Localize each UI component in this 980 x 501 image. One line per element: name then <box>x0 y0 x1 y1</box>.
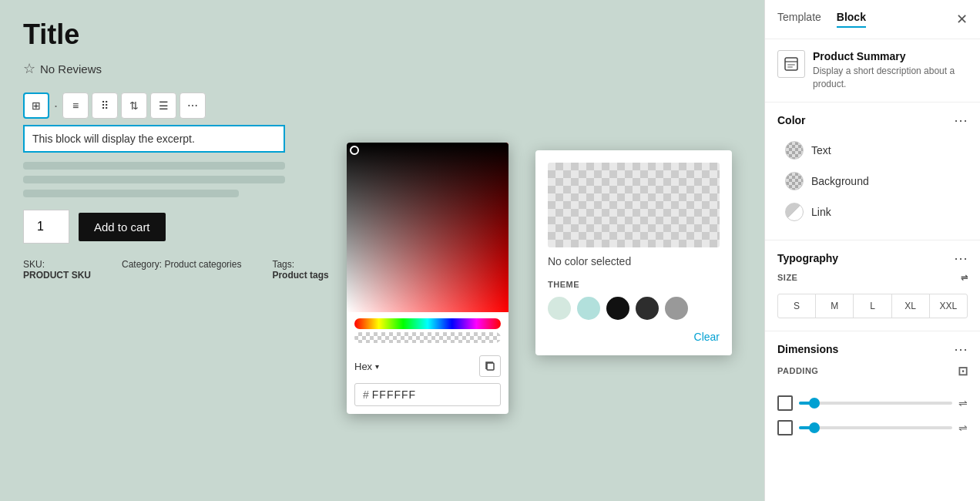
no-reviews-row: ☆ No Reviews <box>23 60 741 77</box>
padding-thumb-1[interactable] <box>809 398 820 409</box>
block-description: Display a short description about a prod… <box>813 65 968 91</box>
color-picker-cursor <box>350 146 359 155</box>
no-color-text: No color selected <box>548 255 720 267</box>
picker-bottom: Hex ▾ <box>347 349 508 383</box>
hex-hash: # <box>363 388 369 401</box>
hex-format-selector[interactable]: Hex ▾ <box>354 361 379 372</box>
dimensions-section-title: Dimensions <box>777 343 838 355</box>
excerpt-text: This block will display the excerpt. <box>32 133 195 145</box>
text-color-label: Text <box>811 144 831 156</box>
swatch-medium-gray[interactable] <box>665 297 688 320</box>
no-reviews-text: No Reviews <box>40 62 102 76</box>
padding-slider-2[interactable] <box>799 426 952 429</box>
block-align-button[interactable]: ≡ <box>62 92 89 119</box>
skeleton-line-2 <box>23 176 285 183</box>
size-buttons: S M L XL XXL <box>765 294 980 331</box>
swatch-light-green[interactable] <box>548 297 571 320</box>
size-adjust-icon[interactable]: ⇌ <box>961 273 968 283</box>
block-justify-button[interactable]: ☰ <box>150 92 176 119</box>
category-item: Category: Product categories <box>122 259 241 281</box>
typography-section-title: Typography <box>777 252 838 264</box>
svg-rect-4 <box>787 66 793 68</box>
theme-label: THEME <box>548 280 720 289</box>
page-title: Title <box>23 18 741 51</box>
padding-thumb-2[interactable] <box>809 422 820 433</box>
chevron-down-icon: ▾ <box>375 362 379 371</box>
block-info-text: Product Summary Display a short descript… <box>813 50 968 91</box>
hue-slider[interactable] <box>354 318 501 329</box>
close-sidebar-button[interactable]: ✕ <box>956 11 968 28</box>
right-sidebar: Template Block ✕ Product Summary Display… <box>764 0 980 501</box>
block-toolbar: ⊞ · ≡ ⠿ ⇅ ☰ ⋯ <box>23 92 741 119</box>
padding-slider-1[interactable] <box>799 402 952 405</box>
padding-slider-2-container <box>799 426 952 429</box>
block-width-button[interactable]: ⊞ <box>23 92 49 119</box>
slider-settings-2-icon[interactable]: ⇌ <box>958 422 968 434</box>
alpha-slider[interactable] <box>354 332 501 343</box>
padding-slider-1-container <box>799 402 952 405</box>
color-section: Color ⋯ Text Background Link <box>765 103 980 240</box>
theme-swatches <box>548 297 720 320</box>
hex-input-wrapper[interactable]: # FFFFFF <box>354 383 501 406</box>
hex-format-label: Hex <box>354 361 372 372</box>
typography-section-header: Typography ⋯ <box>765 240 980 273</box>
typography-section: Typography ⋯ SIZE ⇌ S M L XL XXL <box>765 240 980 331</box>
size-btn-m[interactable]: M <box>815 294 854 318</box>
color-options: Text Background Link <box>765 135 980 240</box>
hex-input-row: # FFFFFF <box>347 383 508 414</box>
block-more-button[interactable]: ⋯ <box>180 92 206 119</box>
text-color-swatch <box>785 141 804 160</box>
copy-color-button[interactable] <box>479 355 501 377</box>
block-type-icon <box>777 50 805 78</box>
color-picker-popup: Hex ▾ # FFFFFF <box>347 143 508 414</box>
star-icon: ☆ <box>23 60 35 77</box>
padding-row-2: ⇌ <box>765 415 980 440</box>
size-btn-l[interactable]: L <box>853 294 891 318</box>
clear-color-button[interactable]: Clear <box>548 331 720 343</box>
typography-more-button[interactable]: ⋯ <box>954 251 968 265</box>
tab-template[interactable]: Template <box>777 11 821 28</box>
quantity-input[interactable] <box>23 210 69 244</box>
tags-label: Tags: <box>272 259 328 270</box>
skeleton-line-1 <box>23 162 285 170</box>
swatch-teal-light[interactable] <box>577 297 600 320</box>
category-label: Category: Product categories <box>122 259 241 270</box>
background-color-swatch <box>785 172 804 190</box>
add-to-cart-button[interactable]: Add to cart <box>79 213 166 241</box>
skeleton-line-3 <box>23 190 239 197</box>
size-btn-xl[interactable]: XL <box>891 294 930 318</box>
dimensions-more-button[interactable]: ⋯ <box>954 342 968 356</box>
color-option-link[interactable]: Link <box>777 197 968 227</box>
block-up-down-button[interactable]: ⇅ <box>121 92 147 119</box>
color-more-button[interactable]: ⋯ <box>954 113 968 127</box>
padding-corners-icon[interactable]: ⊡ <box>958 364 968 378</box>
swatch-dark-gray[interactable] <box>636 297 659 320</box>
svg-rect-3 <box>787 64 795 66</box>
svg-rect-0 <box>487 363 494 370</box>
color-option-background[interactable]: Background <box>777 166 968 197</box>
color-option-text[interactable]: Text <box>777 135 968 166</box>
block-info: Product Summary Display a short descript… <box>765 39 980 103</box>
swatch-black[interactable] <box>606 297 629 320</box>
sku-value: PRODUCT SKU <box>23 270 91 281</box>
slider-settings-1-icon[interactable]: ⇌ <box>958 397 968 409</box>
size-btn-s[interactable]: S <box>777 294 816 318</box>
checker-preview <box>548 163 720 247</box>
color-gradient-area[interactable] <box>347 143 508 312</box>
link-color-label: Link <box>811 206 831 218</box>
main-canvas: Title ☆ No Reviews ⊞ · ≡ ⠿ ⇅ ☰ ⋯ This bl… <box>0 0 764 501</box>
padding-icon-2 <box>777 420 793 435</box>
tab-block[interactable]: Block <box>837 11 866 28</box>
block-grid-button[interactable]: ⠿ <box>92 92 118 119</box>
dimensions-section: Dimensions ⋯ PADDING ⊡ ⇌ <box>765 331 980 448</box>
no-color-panel: No color selected THEME Clear <box>535 150 732 355</box>
color-section-title: Color <box>777 114 806 126</box>
background-color-label: Background <box>811 175 869 187</box>
padding-row-1: ⇌ <box>765 391 980 415</box>
color-section-header: Color ⋯ <box>765 103 980 135</box>
hex-input[interactable]: FFFFFF <box>372 388 416 401</box>
block-title: Product Summary <box>813 50 968 62</box>
toolbar-separator: · <box>54 98 58 114</box>
size-btn-xxl[interactable]: XXL <box>929 294 968 318</box>
sidebar-tabs: Template Block <box>777 11 866 28</box>
